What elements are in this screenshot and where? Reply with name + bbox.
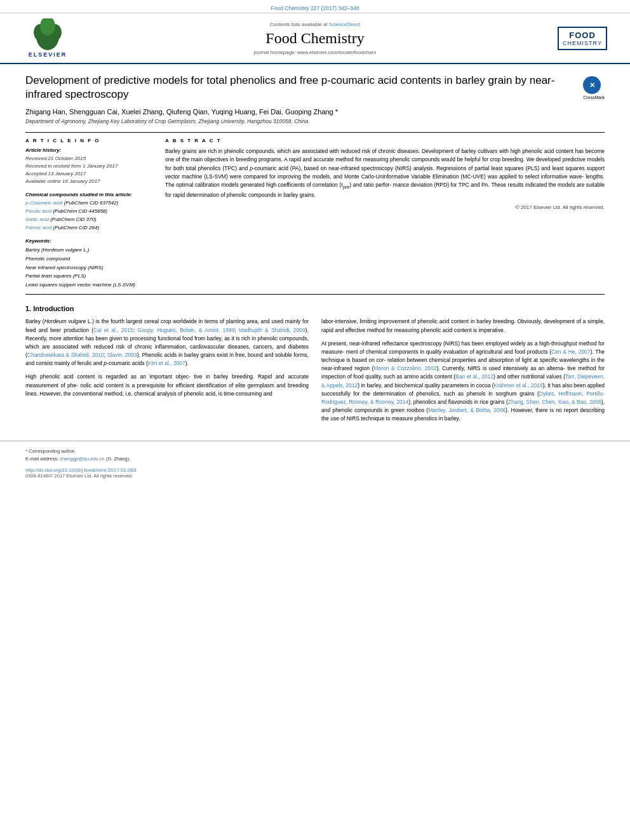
- page: Food Chemistry 227 (2017) 342–348 ELSEVI…: [0, 0, 630, 840]
- ref-cen-2007[interactable]: Cen & He, 2007: [551, 349, 591, 355]
- crossmark: ✕ CrossMark: [583, 76, 605, 100]
- chem-entry-3: Gallic acid (PubChem CID 370): [25, 216, 152, 224]
- article-footer: * Corresponding author. E-mail address: …: [0, 441, 630, 485]
- chem-link-4[interactable]: Formic acid: [25, 225, 51, 230]
- chem-entry-2: Ferulic acid (PubChem CID 445858): [25, 208, 152, 216]
- kw-3: Near infrared spectroscopy (NIRS): [25, 263, 152, 272]
- ref-bao-2012[interactable]: Bao et al., 2012: [455, 373, 493, 380]
- available-online-date: Available online 16 January 2017: [25, 178, 152, 185]
- intro-para-3: labor-intensive, limiting improvement of…: [321, 317, 605, 334]
- revised-date: Received in revised form 1 January 2017: [25, 163, 152, 170]
- introduction-columns: Barley (Hordeum vulgare L.) is the fourt…: [25, 317, 605, 428]
- elsevier-tree-icon: [27, 18, 69, 50]
- elsevier-label: ELSEVIER: [29, 51, 67, 58]
- chem-link-3[interactable]: Gallic acid: [25, 217, 49, 222]
- divider-after-affiliation: [25, 132, 605, 133]
- journal-main-title: Food Chemistry: [76, 30, 554, 47]
- ref-goupy-1999[interactable]: Goupy, Hugues, Bolvin, & Amiot, 1999: [137, 327, 234, 333]
- intro-col-left: Barley (Hordeum vulgare L.) is the fourt…: [25, 317, 309, 428]
- ref-kim-2007[interactable]: Kim et al., 2007: [148, 360, 185, 366]
- journal-center: Contents lists available at ScienceDirec…: [76, 22, 554, 55]
- affiliation: Department of Agronomy, Zhejiang Key Lab…: [25, 118, 605, 124]
- abstract-column: A B S T R A C T Barley grains are rich i…: [165, 138, 605, 289]
- kw-2: Phenolic compound: [25, 255, 152, 263]
- article-title-area: Development of predictive models for tot…: [25, 74, 605, 124]
- science-direct-link[interactable]: ScienceDirect: [329, 22, 360, 27]
- intro-para-4: At present, near-infrared reflectance sp…: [321, 340, 605, 423]
- chem-entry-1: p-Coumaric acid (PubChem CID 637542): [25, 199, 152, 208]
- food-chem-logo-line2: CHEMISTRY: [563, 40, 602, 46]
- chemical-compounds-section: Chemical compounds studied in this artic…: [25, 192, 152, 232]
- article-info-abstract-row: A R T I C L E I N F O Article history: R…: [25, 138, 605, 289]
- introduction-title: 1. Introduction: [25, 305, 605, 312]
- ref-krahmer-2015[interactable]: Krähmer et al., 2015: [494, 382, 543, 389]
- elsevier-logo: ELSEVIER: [19, 18, 76, 58]
- divider-after-abstract: [25, 294, 605, 295]
- doi-link[interactable]: http://dx.doi.org/10.1016/j.foodchem.201…: [25, 467, 136, 473]
- kw-4: Partial least squares (PLS): [25, 272, 152, 281]
- journal-banner: ELSEVIER Contents lists available at Sci…: [0, 13, 630, 64]
- copyright-notice: © 2017 Elsevier Ltd. All rights reserved…: [165, 204, 605, 210]
- science-direct-line: Contents lists available at ScienceDirec…: [76, 22, 554, 27]
- crossmark-icon: ✕: [583, 76, 601, 94]
- chem-link-2[interactable]: Ferulic acid: [25, 208, 51, 214]
- chem-link-1[interactable]: p-Coumaric acid: [25, 200, 62, 206]
- top-header: Food Chemistry 227 (2017) 342–348: [0, 0, 630, 13]
- article-title: Development of predictive models for tot…: [25, 74, 577, 102]
- received-date: Received 21 October 2015: [25, 155, 152, 163]
- abstract-header: A B S T R A C T: [165, 138, 605, 143]
- kw-1: Barley (Hordeum vulgare L.): [25, 246, 152, 255]
- author-email-link[interactable]: zhanggp@zju.edu.cn: [60, 456, 105, 462]
- article-info-header: A R T I C L E I N F O: [25, 138, 152, 143]
- ref-zhang-2008[interactable]: Zhang, Shen, Chen, Xiao, & Bao, 2008: [508, 399, 601, 405]
- food-chem-logo-line1: FOOD: [563, 30, 602, 40]
- corresponding-author-note: * Corresponding author.: [25, 448, 605, 455]
- ref-madhujith-2009[interactable]: Madhujith & Shahidi, 2009: [239, 327, 305, 333]
- chem-entry-4: Formic acid (PubChem CID 284): [25, 224, 152, 232]
- ref-cal-2015[interactable]: Cal et al., 2015: [93, 327, 133, 333]
- introduction-section: 1. Introduction Barley (Hordeum vulgare …: [25, 305, 605, 428]
- food-chemistry-logo: FOOD CHEMISTRY: [554, 27, 611, 50]
- crossmark-label: CrossMark: [583, 95, 605, 100]
- ref-chandrasekara-2010[interactable]: Chandrasekara & Shahidi, 2010: [27, 352, 104, 358]
- journal-homepage: journal homepage: www.elsevier.com/locat…: [76, 50, 554, 55]
- abstract-text: Barley grains are rich in phenolic compo…: [165, 147, 605, 199]
- intro-para-2: High phenolic acid content is regarded a…: [25, 373, 309, 398]
- ref-moron-2002[interactable]: Moron & Cozzolino, 2002: [373, 365, 436, 371]
- journal-citation: Food Chemistry 227 (2017) 342–348: [271, 5, 359, 11]
- email-note: E-mail address: zhanggp@zju.edu.cn (G. Z…: [25, 455, 605, 463]
- ref-slavin-2003[interactable]: Slavin, 2003: [107, 352, 137, 358]
- keywords-section: Keywords: Barley (Hordeum vulgare L.) Ph…: [25, 238, 152, 289]
- ref-manley-2006[interactable]: Manley, Joubert, & Botha, 2006: [428, 407, 506, 413]
- intro-para-1: Barley (Hordeum vulgare L.) is the fourt…: [25, 317, 309, 368]
- issn-line: 0308-8146/© 2017 Elsevier Ltd. All right…: [25, 473, 605, 479]
- authors: Zhigang Han, Shengguan Cai, Xuelei Zhang…: [25, 108, 605, 116]
- chem-compounds-label: Chemical compounds studied in this artic…: [25, 192, 152, 197]
- intro-col-right: labor-intensive, limiting improvement of…: [321, 317, 605, 428]
- accepted-date: Accepted 13 January 2017: [25, 170, 152, 178]
- kw-5: Least squares support vector machine (LS…: [25, 281, 152, 290]
- article-info-column: A R T I C L E I N F O Article history: R…: [25, 138, 152, 289]
- article-body: Development of predictive models for tot…: [0, 64, 630, 441]
- article-history-label: Article history:: [25, 147, 152, 153]
- keywords-label: Keywords:: [25, 238, 152, 244]
